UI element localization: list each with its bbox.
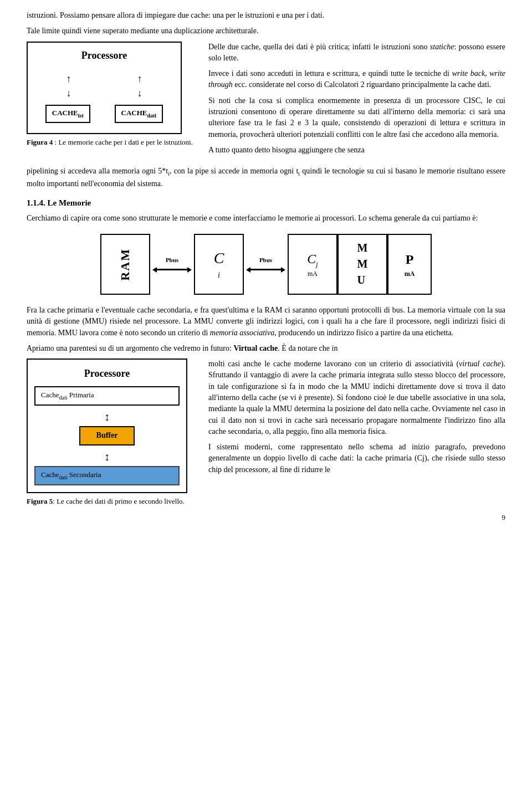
below-schema-text-p1b: , producendo un indirizzo fisico a parti… [274, 329, 453, 337]
left-column: Processore ↑ ↓ ↑ ↓ CACHEist [27, 42, 198, 161]
cj-box: Cj mA [288, 234, 337, 295]
lower-right-p2: I sistemi moderni, come rappresentato ne… [208, 442, 505, 475]
section-title: Le Memorie [45, 198, 91, 207]
lower-right-p1a: molti casi anche le cache moderne lavora… [208, 360, 459, 368]
below-schema-p2-bold: Virtual cache [233, 344, 278, 352]
cache-ist-label: CACHE [52, 109, 78, 117]
below-schema-p2: Apriamo una parentesi su di un argomento… [27, 343, 505, 354]
ram-label: RAM [116, 248, 134, 281]
right-text-p2-italic1: write back [452, 69, 485, 78]
p-box: P mA [387, 234, 432, 295]
lower-two-col: Processore Cachedati Primaria ↕ Buffer ↕… [27, 359, 505, 506]
up-arrow-ist: ↑ [66, 71, 71, 86]
below-schema-italic: memoria associativa [210, 329, 274, 337]
processor-label: Processore [33, 48, 175, 63]
pbus1-label: Pbus [166, 256, 178, 265]
lower-right-col: molti casi anche le cache moderne lavora… [208, 359, 505, 506]
pipelining-mid: , con la pipe si accede in memoria ogni … [170, 167, 298, 175]
down-arrow-ist: ↓ [66, 86, 71, 100]
right-p3: Si noti che la cosa si complica enormeme… [208, 95, 505, 140]
cj-label: Cj [307, 249, 318, 269]
cache-dati-sub: dati [147, 112, 156, 118]
ram-box: RAM [100, 234, 150, 295]
cache-dati-sub2: dati [59, 395, 67, 401]
lower-left-col: Processore Cachedati Primaria ↕ Buffer ↕… [27, 359, 198, 506]
right-text-p2a: Invece i dati sono acceduti in lettura e… [208, 69, 452, 78]
ci-sub: i [218, 270, 220, 281]
pbus1-arrow-right [187, 267, 192, 273]
cache-dati-secondaria-box: Cachedati Secondaria [34, 466, 180, 485]
cache-sec-label: Cache [41, 470, 59, 479]
right-p1: Delle due cache, quella dei dati è più c… [208, 42, 505, 64]
down-arrow-dati: ↓ [137, 86, 142, 100]
mmu-label: MMU [357, 240, 368, 288]
page-content: istruzioni. Possiamo pensare allora di i… [27, 10, 505, 523]
right-text-p2b: ecc. considerate nel corso di Calcolator… [233, 80, 491, 89]
top-line1: istruzioni. Possiamo pensare allora di i… [27, 10, 505, 21]
pbus1-arrow-left [152, 267, 157, 273]
figure4-caption-text: : Le memorie cache per i dati e per le i… [53, 138, 193, 146]
pbus2-label: Pbus [259, 256, 272, 265]
figure4-caption-bold: Figura 4 [27, 138, 53, 146]
right-p4: A tutto quanto detto bisogna aggiungere … [208, 145, 505, 156]
memory-schema-diagram: RAM Pbus Ci Pbus Cj mA [55, 234, 477, 295]
top-line2: Tale limite quindi viene superato median… [27, 25, 505, 37]
pbus2-arrow-right [281, 267, 285, 273]
pbus2-section: Pbus [246, 256, 285, 273]
cj-sub: j [316, 260, 318, 268]
cache-dati-primaria-box: Cachedati Primaria [34, 386, 180, 406]
pbus2-line [250, 269, 281, 270]
cache-sec-sub: dati [59, 474, 67, 480]
pipelining-paragraph: pipelining si accedeva alla memoria ogni… [27, 166, 505, 190]
cj-ma: mA [308, 269, 318, 279]
figure5-caption-bold: Figura 5 [27, 497, 53, 505]
buffer-label: Buffer [96, 431, 118, 439]
section-intro: Cerchiamo di capire ora come sono strutt… [27, 213, 505, 224]
p-ma: mA [405, 269, 415, 279]
below-schema-p2-start: Apriamo una parentesi su di un argomento… [27, 344, 233, 352]
cache-dati-label: CACHE [121, 109, 147, 117]
mid-arrow: ↕ [34, 409, 180, 425]
pbus1-line [157, 269, 187, 270]
processor-label2: Processore [34, 366, 180, 381]
buffer-box: Buffer [79, 426, 135, 445]
figure4-caption: Figura 4 : Le memorie cache per i dati e… [27, 137, 198, 148]
right-text-p1a: Delle due cache, quella dei dati è più c… [208, 43, 430, 51]
mmu-box: MMU [337, 234, 387, 295]
p-label: P [406, 250, 414, 269]
lower-right-p1b: ). Sfruttando il vantaggio di avere la c… [208, 360, 505, 436]
lower-right-p1: molti casi anche le cache moderne lavora… [208, 359, 505, 437]
top-text-1: istruzioni. Possiamo pensare allora di i… [27, 11, 324, 19]
up-arrow-dati: ↑ [137, 71, 142, 86]
two-col-section: Processore ↑ ↓ ↑ ↓ CACHEist [27, 42, 505, 161]
section-number: 1.1.4. [27, 198, 45, 207]
lower-right-p1-italic: virtual cache [459, 360, 501, 368]
right-column: Delle due cache, quella dei dati è più c… [208, 42, 505, 161]
below-schema-p2-rest: . È da notare che in [278, 344, 337, 352]
pbus1-section: Pbus [152, 256, 192, 273]
top-text-2: Tale limite quindi viene superato median… [27, 27, 258, 35]
cache-dati-box: CACHEdati [115, 105, 163, 123]
processor-figure-box: Processore ↑ ↓ ↑ ↓ CACHEist [27, 42, 182, 134]
cache-dati-label2: Cache [41, 391, 59, 399]
page-num-text: 9 [502, 513, 506, 521]
ci-box: Ci [194, 234, 244, 295]
figure5-caption: Figura 5: Le cache dei dati di primo e s… [27, 496, 198, 507]
page-number: 9 [27, 513, 505, 523]
cache-ist-sub: ist [78, 112, 84, 118]
processor-box2: Processore Cachedati Primaria ↕ Buffer ↕… [27, 359, 187, 493]
pbus2-arrow-left [246, 267, 250, 273]
pipelining-text: pipelining si accedeva alla memoria ogni… [27, 167, 168, 175]
cache-row: CACHEist CACHEdati [33, 105, 175, 123]
cache-ist-box: CACHEist [45, 105, 90, 123]
secondaria-label: Secondaria [67, 470, 101, 479]
figure5-caption-text: : Le cache dei dati di primo e secondo l… [53, 497, 185, 505]
below-schema-p1: Fra la cache primaria e l'eventuale cach… [27, 305, 505, 339]
section-heading: 1.1.4. Le Memorie [27, 197, 505, 209]
right-text-p1-italic: statiche [430, 43, 454, 51]
mid-arrow2: ↕ [34, 449, 180, 465]
primaria-label: Primaria [67, 391, 94, 399]
right-p2: Invece i dati sono acceduti in lettura e… [208, 68, 505, 91]
